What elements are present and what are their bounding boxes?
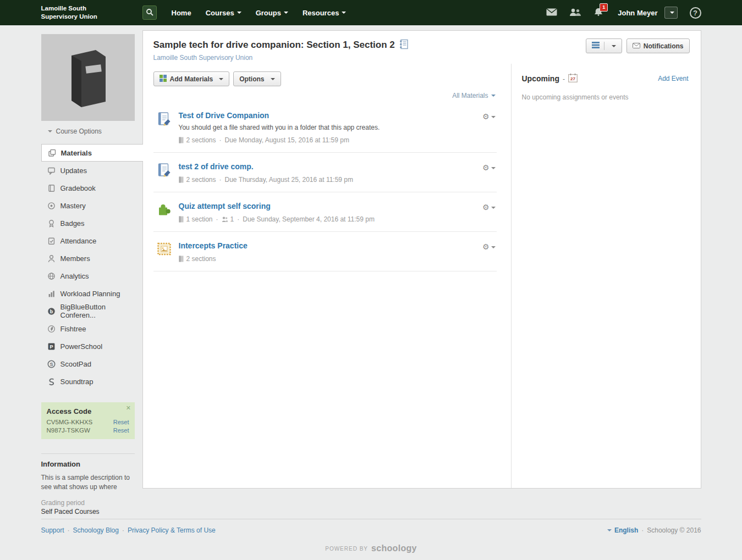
chevron-down-icon xyxy=(491,116,496,118)
envelope-icon xyxy=(633,42,640,50)
book-icon xyxy=(62,47,114,108)
calendar-icon[interactable]: 27 xyxy=(568,73,578,84)
nav-groups[interactable]: Groups xyxy=(249,0,295,25)
material-meta: 2 sections Due Monday, August 15, 2016 a… xyxy=(179,136,482,144)
options-button[interactable]: Options xyxy=(233,71,281,86)
people-count: 1 xyxy=(230,215,234,223)
sidebar-item-analytics[interactable]: Analytics xyxy=(41,267,142,285)
gradebook-icon xyxy=(47,184,56,192)
search-button[interactable] xyxy=(142,5,157,20)
external-tool-puzzle-icon[interactable] xyxy=(157,202,172,219)
reset-code-link[interactable]: Reset xyxy=(113,427,129,434)
sidebar-item-materials[interactable]: Materials xyxy=(41,144,143,162)
copyright-text: Schoology © 2016 xyxy=(647,526,701,534)
soundtrap-icon xyxy=(47,378,56,386)
add-materials-button[interactable]: Add Materials xyxy=(153,71,230,86)
brand-line2: Supervisory Union xyxy=(41,13,142,21)
sidebar-item-mastery[interactable]: Mastery xyxy=(41,197,142,214)
nav-home[interactable]: Home xyxy=(164,0,199,25)
material-title-link[interactable]: Intercepts Practice xyxy=(179,241,248,250)
upcoming-panel: Upcoming 27 Add Event No upcoming assign… xyxy=(512,64,701,488)
close-icon[interactable]: × xyxy=(126,404,130,412)
sections-icon xyxy=(179,176,184,183)
school-brand-link[interactable]: Lamoille South Supervisory Union xyxy=(41,4,142,21)
schoology-logo: schoology xyxy=(371,544,417,553)
footer-link-privacy[interactable]: Privacy Policy & Terms of Use xyxy=(128,526,216,534)
due-date: Due Monday, August 15, 2016 at 11:59 pm xyxy=(225,136,349,144)
sidebar-item-powerschool[interactable]: P PowerSchool xyxy=(41,337,142,355)
material-meta: 2 sections Due Thursday, August 25, 2016… xyxy=(179,176,482,184)
sections-icon xyxy=(179,137,184,143)
updates-icon xyxy=(47,167,56,175)
person-icon xyxy=(47,254,56,263)
sidebar-item-updates[interactable]: Updates xyxy=(41,162,142,179)
access-code-value: N987J-TSKGW xyxy=(47,427,90,434)
reset-code-link[interactable]: Reset xyxy=(113,419,129,425)
chevron-down-icon xyxy=(342,12,346,14)
layout-toggle-button[interactable] xyxy=(586,38,622,53)
sidebar-item-gradebook[interactable]: Gradebook xyxy=(41,179,142,197)
course-profile-image xyxy=(41,34,135,121)
sidebar-item-soundtrap[interactable]: Soundtrap xyxy=(41,373,142,390)
footer-link-blog[interactable]: Schoology Blog xyxy=(73,526,119,534)
connections-button[interactable] xyxy=(569,8,581,18)
row-actions-button[interactable] xyxy=(482,111,496,121)
material-title-link[interactable]: Test of Drive Companion xyxy=(179,111,270,120)
sections-icon xyxy=(179,256,184,262)
row-actions-button[interactable] xyxy=(482,241,496,251)
search-icon xyxy=(146,8,153,18)
material-title-link[interactable]: test 2 of drive comp. xyxy=(179,162,254,171)
add-event-link[interactable]: Add Event xyxy=(658,75,688,82)
notifications-bell-button[interactable]: 1 xyxy=(593,8,603,18)
brand-line1: Lamoille South xyxy=(41,4,142,13)
access-code-title: Access Code xyxy=(47,407,129,415)
chevron-down-icon xyxy=(612,45,616,47)
sidebar-item-scootpad[interactable]: S ScootPad xyxy=(41,355,142,373)
material-title-link[interactable]: Quiz attempt self scoring xyxy=(179,202,271,210)
nav-resources[interactable]: Resources xyxy=(295,0,353,25)
assignment-icon[interactable] xyxy=(157,112,172,128)
row-actions-button[interactable] xyxy=(482,202,496,212)
user-dropdown-button[interactable] xyxy=(664,7,678,19)
attendance-icon xyxy=(47,237,56,245)
language-selector[interactable]: English xyxy=(614,526,638,534)
access-code-row: N987J-TSKGW Reset xyxy=(47,427,129,434)
materials-list-area: Add Materials Options All Materials xyxy=(143,64,512,488)
page-title: Sample tech for drive companion: Section… xyxy=(153,40,395,51)
footer-link-support[interactable]: Support xyxy=(41,526,64,534)
user-menu-link[interactable]: John Meyer xyxy=(618,9,657,17)
svg-text:P: P xyxy=(50,343,53,349)
help-icon[interactable] xyxy=(690,7,701,19)
nav-courses[interactable]: Courses xyxy=(199,0,249,25)
gear-icon xyxy=(482,164,490,172)
materials-filter-dropdown[interactable]: All Materials xyxy=(452,92,495,99)
messages-button[interactable] xyxy=(546,8,557,18)
chevron-down-icon xyxy=(491,246,496,248)
assignment-icon[interactable] xyxy=(157,163,172,179)
chevron-down-icon xyxy=(607,529,612,531)
notifications-button[interactable]: Notifications xyxy=(626,38,690,53)
media-album-icon[interactable] xyxy=(157,242,172,258)
sidebar-item-workload-planning[interactable]: Workload Planning xyxy=(41,285,142,302)
access-code-row: CV5MG-KKHXS Reset xyxy=(47,419,129,425)
sidebar-item-attendance[interactable]: Attendance xyxy=(41,232,142,249)
course-sidebar: Course Options Materials Updates Gradebo… xyxy=(41,30,142,515)
bigbluebutton-icon: b xyxy=(47,307,56,315)
people-icon xyxy=(569,8,581,18)
sidebar-item-bigbluebutton[interactable]: b BigBlueButton Conferen... xyxy=(41,302,142,320)
row-actions-button[interactable] xyxy=(482,162,496,172)
fishtree-icon xyxy=(47,325,56,333)
course-nav: Materials Updates Gradebook Mastery Badg… xyxy=(41,144,142,390)
bar-chart-icon xyxy=(47,290,56,298)
materials-list: Test of Drive Companion You should get a… xyxy=(153,102,497,271)
course-options-button[interactable]: Course Options xyxy=(48,127,142,135)
sidebar-item-badges[interactable]: Badges xyxy=(41,214,142,232)
svg-text:S: S xyxy=(50,361,53,367)
chevron-down-icon xyxy=(491,95,496,97)
sidebar-item-fishtree[interactable]: Fishtree xyxy=(41,320,142,337)
school-breadcrumb-link[interactable]: Lamoille South Supervisory Union xyxy=(153,54,253,62)
upcoming-title: Upcoming xyxy=(522,74,559,83)
sidebar-item-members[interactable]: Members xyxy=(41,249,142,267)
material-row: Test of Drive Companion You should get a… xyxy=(153,102,497,153)
material-row: Intercepts Practice 2 sections xyxy=(153,232,497,271)
